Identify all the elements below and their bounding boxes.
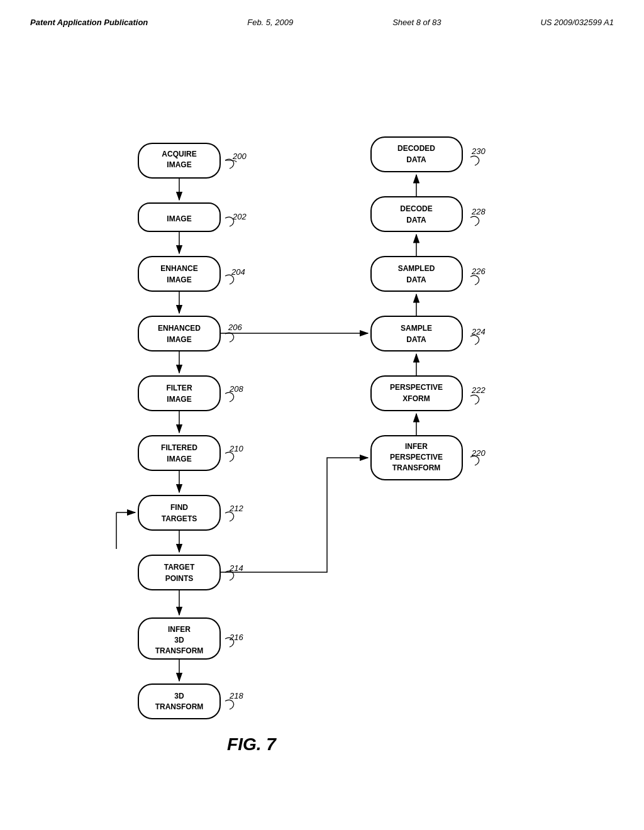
- node-210-ref: 210: [229, 444, 243, 453]
- diagram-container: ACQUIRE IMAGE 200 IMAGE 202 ENHANCE IMAG…: [0, 33, 644, 788]
- header-patent-label: US 2009/032599 A1: [540, 18, 614, 27]
- node-218-text2: TRANSFORM: [155, 702, 204, 711]
- ref-swoosh-224: [470, 335, 479, 345]
- node-226-text2: DATA: [406, 275, 426, 284]
- node-208-text: FILTER: [166, 384, 192, 392]
- ref-swoosh-202: [225, 217, 234, 226]
- page-header: Patent Application Publication Feb. 5, 2…: [0, 0, 644, 27]
- node-200-text: ACQUIRE: [162, 150, 196, 158]
- node-218-ref: 218: [229, 691, 243, 700]
- ref-swoosh-206: [225, 333, 234, 342]
- node-216-text: INFER: [168, 625, 191, 634]
- node-218-rect: [138, 684, 220, 719]
- node-212-ref: 212: [229, 504, 243, 513]
- node-200-refline: [225, 160, 236, 162]
- node-214-text2: POINTS: [165, 574, 194, 583]
- node-216-ref: 216: [229, 633, 243, 642]
- node-228-rect: [371, 197, 462, 231]
- node-224-text: SAMPLE: [401, 324, 432, 333]
- header-sheet-label: Sheet 8 of 83: [392, 18, 441, 27]
- ref-swoosh-212: [225, 512, 234, 521]
- node-218-text: 3D: [174, 692, 184, 700]
- node-208-ref: 208: [229, 384, 243, 394]
- node-222-rect: [371, 376, 462, 411]
- node-220-text2: PERSPECTIVE: [390, 453, 443, 462]
- node-210-text2: IMAGE: [167, 455, 191, 463]
- ref-swoosh-230: [470, 156, 479, 165]
- node-204-text2: IMAGE: [167, 275, 191, 284]
- node-224-rect: [371, 316, 462, 351]
- node-202-text: IMAGE: [167, 214, 191, 223]
- node-222-text2: XFORM: [402, 394, 430, 403]
- ref-swoosh-218: [225, 700, 234, 709]
- node-224-text2: DATA: [406, 335, 426, 344]
- ref-swoosh-210: [225, 452, 234, 462]
- node-206-rect: [138, 316, 220, 351]
- node-212-rect: [138, 495, 220, 530]
- node-202-ref: 202: [232, 212, 247, 221]
- node-230-ref: 230: [471, 147, 486, 156]
- node-206-ref: 206: [228, 323, 242, 332]
- node-230-rect: [371, 137, 462, 172]
- node-208-rect: [138, 376, 220, 411]
- flowchart-svg: ACQUIRE IMAGE 200 IMAGE 202 ENHANCE IMAG…: [0, 33, 644, 788]
- ref-swoosh-204: [225, 275, 234, 284]
- node-226-text: SAMPLED: [398, 264, 435, 273]
- node-228-ref: 228: [471, 207, 486, 216]
- node-206-text: ENHANCED: [158, 324, 201, 333]
- node-220-text: INFER: [405, 442, 428, 451]
- node-216-text2: 3D: [174, 636, 184, 645]
- node-228-text2: DATA: [406, 216, 426, 224]
- node-204-ref: 204: [231, 267, 245, 277]
- node-226-ref: 226: [471, 267, 486, 276]
- node-204-text: ENHANCE: [160, 264, 197, 273]
- node-220-text3: TRANSFORM: [392, 463, 441, 472]
- ref-swoosh-226: [470, 275, 479, 285]
- header-date-label: Feb. 5, 2009: [247, 18, 293, 27]
- arrow-214-220: [220, 458, 368, 572]
- node-230-text: DECODED: [397, 144, 435, 153]
- node-222-ref: 222: [471, 385, 486, 395]
- node-214-text: TARGET: [164, 563, 195, 572]
- node-210-text: FILTERED: [161, 443, 197, 452]
- node-226-rect: [371, 257, 462, 291]
- node-222-text: PERSPECTIVE: [390, 383, 443, 392]
- node-200-ref: 200: [232, 152, 247, 161]
- node-206-text2: IMAGE: [167, 335, 191, 344]
- node-230-text2: DATA: [406, 155, 426, 164]
- ref-swoosh-222: [470, 395, 479, 404]
- node-204-rect: [138, 257, 220, 291]
- header-publication-label: Patent Application Publication: [30, 18, 148, 27]
- node-214-rect: [138, 555, 220, 590]
- node-212-text: FIND: [170, 503, 188, 512]
- node-208-text2: IMAGE: [167, 395, 191, 404]
- figure-label: FIG. 7: [227, 734, 277, 754]
- node-212-text2: TARGETS: [162, 514, 197, 523]
- node-216-text3: TRANSFORM: [155, 646, 204, 655]
- node-200-text2: IMAGE: [167, 160, 191, 169]
- ref-swoosh-228: [470, 216, 479, 226]
- node-228-text: DECODE: [400, 204, 432, 213]
- ref-swoosh-208: [225, 392, 234, 402]
- node-210-rect: [138, 436, 220, 470]
